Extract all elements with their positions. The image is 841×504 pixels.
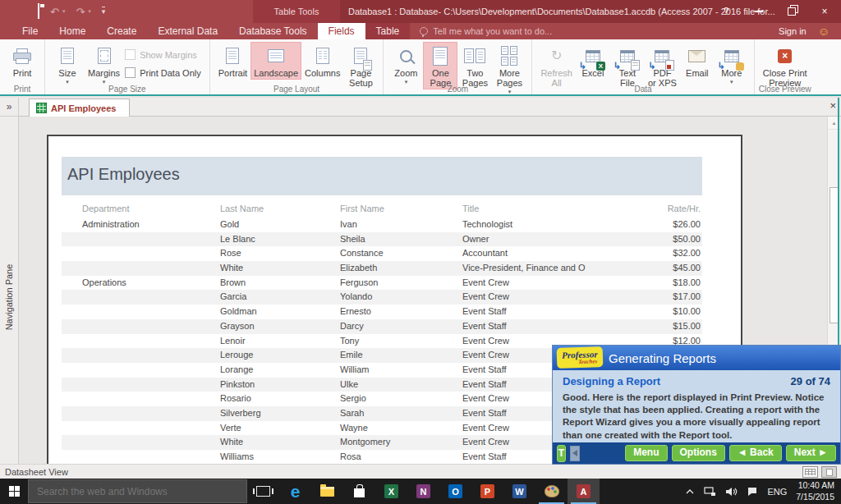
print-data-only-checkbox[interactable]: Print Data Only (125, 67, 201, 78)
tray-chevron-up-icon[interactable] (685, 488, 695, 495)
cell-first-name: Elizabeth (340, 263, 377, 273)
print-preview-view-icon[interactable] (821, 466, 837, 478)
help-button[interactable]: ? (710, 0, 742, 23)
close-button[interactable]: × (808, 0, 841, 23)
language-indicator[interactable]: ENG (767, 487, 787, 497)
task-view-button[interactable] (247, 479, 279, 504)
tab-home[interactable]: Home (48, 23, 96, 39)
portrait-button[interactable]: Portrait (215, 42, 250, 80)
close-document-button[interactable]: × (830, 99, 836, 112)
tell-me-box[interactable]: Tell me what you want to do... (410, 23, 562, 39)
audio-button[interactable] (570, 446, 580, 461)
one-page-button[interactable]: One Page (423, 42, 457, 89)
columns-button[interactable]: Columns (301, 42, 343, 80)
start-button[interactable] (0, 479, 28, 504)
navigation-pane-collapsed[interactable]: Navigation Pane (0, 117, 19, 465)
cell-title: Event Crew (462, 350, 509, 360)
two-pages-button[interactable]: Two Pages (457, 42, 492, 89)
cell-last-name: Le Blanc (220, 234, 255, 244)
export-excel-button[interactable]: X Excel (576, 42, 610, 80)
checkbox-icon (125, 67, 136, 78)
menu-button[interactable]: Menu (625, 445, 667, 460)
cell-first-name: Darcy (340, 321, 364, 331)
cell-first-name: Sergio (340, 393, 366, 403)
table-row: Grayson Darcy Event Staff $15.00 (62, 319, 702, 334)
close-print-preview-button[interactable]: × Close Print Preview (760, 42, 811, 89)
cell-title: Event Crew (462, 423, 509, 433)
search-input[interactable] (29, 485, 246, 498)
landscape-button[interactable]: Landscape (250, 42, 301, 80)
options-button[interactable]: Options (672, 445, 725, 460)
export-more-button[interactable]: More ▾ (715, 42, 749, 86)
tab-create[interactable]: Create (96, 23, 147, 39)
cell-title: Accountant (462, 248, 508, 258)
taskbar-edge[interactable]: e (279, 479, 311, 504)
document-tab-label: API Employees (51, 103, 116, 113)
undo-icon[interactable]: ↶ (50, 7, 59, 17)
taskbar-store[interactable] (343, 479, 375, 504)
tutorial-lesson-title: Designing a Report (563, 375, 660, 387)
undo-caret-icon[interactable]: ▾ (62, 8, 66, 15)
taskbar-word[interactable]: W (503, 479, 535, 504)
cell-title: Event Crew (462, 437, 509, 447)
save-icon[interactable] (38, 4, 39, 19)
restore-button[interactable] (775, 0, 808, 23)
group-label-page-size: Page Size (45, 85, 209, 94)
taskbar-file-explorer[interactable] (311, 479, 343, 504)
tab-database-tools[interactable]: Database Tools (228, 23, 318, 39)
taskbar-clock[interactable]: 10:40 AM 7/15/2015 (796, 480, 834, 502)
redo-icon[interactable]: ↷ (76, 7, 85, 17)
tab-external-data[interactable]: External Data (147, 23, 228, 39)
next-button[interactable]: Next ► (786, 445, 836, 460)
taskbar-powerpoint[interactable]: P (471, 479, 503, 504)
cell-last-name: White (220, 263, 243, 273)
cell-title: Event Staff (462, 306, 507, 316)
show-margins-checkbox: Show Margins (125, 49, 201, 60)
minimize-button[interactable] (742, 0, 775, 23)
redo-caret-icon[interactable]: ▾ (88, 8, 91, 15)
volume-icon[interactable] (725, 487, 738, 497)
margins-button[interactable]: Margins ▾ (85, 42, 123, 86)
taskbar-onenote[interactable]: N (407, 479, 439, 504)
tab-file[interactable]: File (11, 23, 48, 39)
document-tab-api-employees[interactable]: API Employees (29, 99, 130, 117)
report-title: API Employees (62, 157, 702, 184)
zoom-button[interactable]: Zoom ▾ (388, 42, 423, 86)
action-center-icon[interactable] (747, 487, 758, 497)
customize-qat-icon[interactable]: ▾ (102, 7, 106, 16)
taskbar-excel[interactable]: X (375, 479, 407, 504)
taskbar-outlook[interactable]: O (439, 479, 471, 504)
export-pdf-xps-button[interactable]: PDF or XPS (645, 42, 680, 89)
taskbar-search[interactable] (28, 479, 247, 503)
landscape-icon (268, 49, 284, 62)
table-row: Operations Brown Ferguson Event Crew $18… (62, 276, 702, 291)
datasheet-view-icon[interactable] (802, 466, 818, 478)
back-button[interactable]: ◄ Back (729, 445, 782, 460)
email-button[interactable]: Email (680, 42, 715, 80)
tell-me-label: Tell me what you want to do... (433, 26, 552, 36)
cell-rate: $12.00 (673, 336, 701, 346)
network-icon[interactable] (704, 487, 716, 497)
taskbar-access[interactable]: A (568, 479, 600, 504)
ribbon-group-page-layout: Portrait Landscape Columns Page Setup Pa… (210, 39, 384, 94)
printer-icon (13, 48, 31, 64)
taskbar-paint[interactable] (535, 479, 568, 504)
sign-in-link[interactable]: Sign in (779, 26, 807, 36)
excel-badge-icon: X (596, 62, 605, 71)
export-text-file-button[interactable]: Text File (610, 42, 645, 89)
text-mode-button[interactable]: T (557, 445, 566, 462)
tab-fields[interactable]: Fields (318, 23, 365, 39)
tab-table[interactable]: Table (365, 23, 411, 39)
task-view-icon (256, 486, 270, 497)
page-setup-button[interactable]: Page Setup (343, 42, 378, 89)
title-bar: ↶ ▾ ↷ ▾ ▾ Table Tools Database1 : Databa… (0, 0, 841, 23)
size-button[interactable]: Size ▾ (50, 42, 85, 86)
clock-date: 7/15/2015 (796, 492, 834, 503)
clock-time: 10:40 AM (796, 480, 834, 492)
feedback-smiley-icon[interactable]: ☺ (818, 25, 830, 38)
cell-last-name: Rosario (220, 393, 251, 403)
cell-title: Event Staff (462, 379, 507, 389)
navigation-pane-expand-button[interactable]: » (0, 98, 19, 117)
windows-logo-icon (9, 486, 20, 497)
print-button[interactable]: Print (5, 42, 39, 80)
